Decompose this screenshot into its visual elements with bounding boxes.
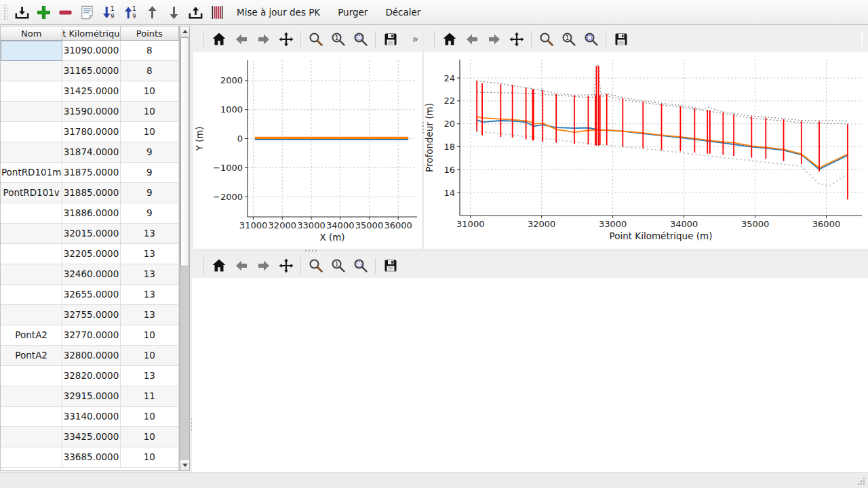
table-cell[interactable]: 10 [121,427,179,447]
zoom-one-button[interactable]: 1 [557,29,580,49]
zoom-one-button[interactable]: 1 [327,256,349,276]
table-cell[interactable]: PontA2 [1,325,62,346]
table-cell[interactable]: 10 [121,122,179,142]
table-cell[interactable]: 10 [121,447,179,468]
remove-button[interactable] [55,2,75,22]
profile-plot-canvas[interactable]: 3100032000330003400035000360001416182022… [424,52,868,249]
column-header-points[interactable]: Points [121,26,179,41]
table-cell[interactable]: 10 [121,325,179,346]
zoom-button[interactable] [304,29,327,49]
back-button[interactable] [230,29,252,49]
table-cell[interactable]: 32755.0000 [62,305,120,325]
table-cell[interactable]: PontRD101m [1,163,62,183]
pan-button[interactable] [275,29,297,49]
bottom-plot-canvas[interactable] [192,278,868,472]
move-up-button[interactable] [142,2,162,22]
zoom-fit-button[interactable] [580,29,602,49]
table-cell[interactable]: 31425.0000 [62,81,120,102]
table-cell[interactable]: 32820.0000 [62,366,120,386]
table-cell[interactable] [1,407,62,427]
table-cell[interactable] [1,224,62,244]
table-cell[interactable] [1,386,62,407]
table-cell[interactable]: 32915.0000 [62,386,120,407]
decaler-button[interactable]: Décaler [377,2,429,22]
table-cell[interactable]: 13 [121,305,179,325]
move-down-button[interactable] [163,2,184,22]
purger-button[interactable]: Purger [330,2,376,22]
profiles-button[interactable] [207,2,227,22]
table-cell[interactable]: 32205.0000 [62,244,120,264]
table-cell[interactable]: 10 [121,346,179,366]
table-cell[interactable]: 33685.0000 [62,447,120,468]
table-cell[interactable]: 9 [121,203,179,224]
table-cell[interactable]: 31590.0000 [62,102,120,122]
toolbar-drag-handle[interactable] [3,3,7,21]
table-cell[interactable]: 9 [121,142,179,163]
table-cell[interactable]: 31780.0000 [62,122,120,142]
export-button[interactable] [185,2,205,22]
home-button[interactable] [208,256,230,276]
table-cell[interactable]: 33140.0000 [62,407,120,427]
zoom-button[interactable] [304,256,327,276]
table-cell[interactable]: PontRD101v [1,183,62,203]
back-button[interactable] [230,256,252,276]
table-cell[interactable]: 32460.0000 [62,264,120,285]
table-cell[interactable]: 9 [121,163,179,183]
table-cell[interactable]: 31875.0000 [62,163,120,183]
table-cell[interactable] [1,264,62,285]
table-cell[interactable]: 31165.0000 [62,61,120,81]
table-cell[interactable]: 10 [121,407,179,427]
import-button[interactable] [12,2,32,22]
table-cell[interactable]: 13 [121,264,179,285]
table-cell[interactable] [1,61,62,81]
resize-grip-icon[interactable] [856,476,866,486]
xy-plot-canvas[interactable]: 310003200033000340003500036000−2000−1000… [193,52,422,249]
sort-descending-button[interactable]: 1 9 [98,2,119,22]
zoom-fit-button[interactable] [349,256,372,276]
pan-button[interactable] [505,29,528,49]
table-cell[interactable] [1,305,62,325]
table-cell[interactable]: 8 [121,41,179,61]
forward-button[interactable] [483,29,505,49]
table-cell-selected[interactable] [1,41,62,61]
table-cell[interactable]: 8 [121,61,179,81]
table-cell[interactable] [1,102,62,122]
toolbar-overflow-chevron[interactable]: » [412,33,418,45]
scrollbar-thumb[interactable] [180,37,189,266]
mise-a-jour-pk-button[interactable]: Mise à jour des PK [229,2,328,22]
table-scrollbar[interactable] [180,26,190,471]
table-cell[interactable] [1,122,62,142]
table-cell[interactable]: 31885.0000 [62,183,120,203]
table-cell[interactable] [1,447,62,468]
sort-ascending-button[interactable]: 1 9 [120,2,140,22]
back-button[interactable] [460,29,483,49]
scroll-up-button[interactable] [180,26,189,37]
table-cell[interactable] [1,366,62,386]
table-cell[interactable]: 13 [121,285,179,305]
table-cell[interactable]: 13 [121,366,179,386]
table-cell[interactable]: 32655.0000 [62,285,120,305]
table-cell[interactable] [1,142,62,163]
table-cell[interactable]: 10 [121,81,179,102]
notes-button[interactable] [77,2,97,22]
add-button[interactable] [33,2,54,22]
table-cell[interactable]: 32800.0000 [62,346,120,366]
table-cell[interactable]: 31886.0000 [62,203,120,224]
column-header-point-kilometrique[interactable]: t Kilométrique [62,26,120,41]
table-cell[interactable]: 10 [121,102,179,122]
table-cell[interactable]: 13 [121,244,179,264]
forward-button[interactable] [252,29,275,49]
table-cell[interactable]: 32770.0000 [62,325,120,346]
table-cell[interactable]: 31874.0000 [62,142,120,163]
table-cell[interactable]: PontA2 [1,346,62,366]
save-button[interactable] [379,256,401,276]
table-cell[interactable]: 32015.0000 [62,224,120,244]
zoom-one-button[interactable]: 1 [327,29,349,49]
zoom-button[interactable] [535,29,557,49]
home-button[interactable] [208,29,230,49]
table-cell[interactable]: 9 [121,183,179,203]
save-button[interactable] [379,29,401,49]
save-button[interactable] [610,29,632,49]
table-cell[interactable]: 31090.0000 [62,41,120,61]
table-cell[interactable] [1,244,62,264]
